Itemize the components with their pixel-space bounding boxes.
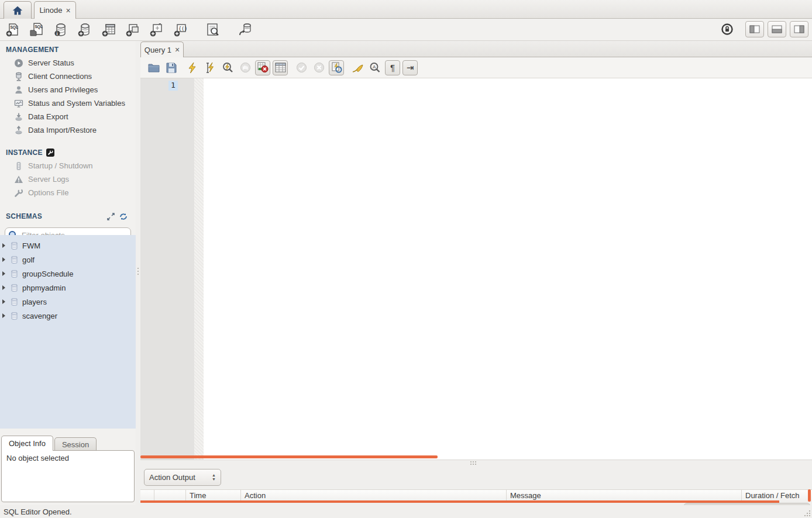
svg-text:SQL: SQL <box>35 25 43 29</box>
output-col-status[interactable] <box>140 490 154 502</box>
new-view-icon[interactable] <box>125 22 141 38</box>
expander-icon[interactable] <box>2 313 5 318</box>
data-export-icon <box>14 112 23 122</box>
status-text: SQL Editor Opened. <box>4 507 72 516</box>
expand-schemas-icon[interactable] <box>107 213 115 220</box>
sidebar-item-server-logs[interactable]: Server Logs <box>0 172 136 186</box>
query-tab-close-icon[interactable]: × <box>175 46 180 54</box>
schema-item-fwm[interactable]: FWM <box>0 239 136 253</box>
output-col-message[interactable]: Message <box>507 490 742 502</box>
code-folding-margin <box>194 78 204 460</box>
schema-item-golf[interactable]: golf <box>0 253 136 267</box>
output-col-index[interactable] <box>154 490 186 502</box>
expander-icon[interactable] <box>2 285 5 290</box>
new-query-tab-icon[interactable]: SQL <box>5 22 21 38</box>
execute-current-statement-icon[interactable] <box>202 60 218 75</box>
output-col-time[interactable]: Time <box>186 490 241 502</box>
editor-output-splitter[interactable] <box>140 460 812 465</box>
refresh-schemas-icon[interactable] <box>119 213 128 220</box>
output-col-duration[interactable]: Duration / Fetch <box>742 490 812 502</box>
startup-shutdown-icon <box>14 161 23 171</box>
sql-editor[interactable]: 1 <box>140 78 812 460</box>
new-table-icon[interactable] <box>101 22 117 38</box>
toggle-right-panel-button[interactable] <box>790 21 808 37</box>
sidebar-item-server-status[interactable]: Server Status <box>0 56 136 70</box>
tab-session[interactable]: Session <box>54 437 97 451</box>
schema-icon <box>10 241 19 250</box>
svg-text:A: A <box>373 64 376 70</box>
new-procedure-icon[interactable] <box>149 22 165 38</box>
toggle-left-panel-button[interactable] <box>745 21 764 37</box>
schemas-title: SCHEMAS <box>6 212 42 220</box>
sidebar-item-status-system-variables[interactable]: Status and System Variables <box>0 96 136 110</box>
sidebar-item-startup-shutdown[interactable]: Startup / Shutdown <box>0 159 136 172</box>
open-sql-file-icon[interactable]: SQL <box>29 22 45 38</box>
sidebar-item-users-and-privileges[interactable]: Users and Privileges <box>0 83 136 96</box>
client-connections-icon <box>14 72 23 81</box>
schema-name: FWM <box>22 241 40 250</box>
wrap-arrow-icon: ⇥ <box>407 63 414 73</box>
output-type-select[interactable]: Action Output ▲▼ <box>144 469 221 486</box>
schema-name: players <box>22 298 47 306</box>
output-vscrollbar-thumb[interactable] <box>808 489 811 502</box>
sidebar-item-client-connections[interactable]: Client Connections <box>0 70 136 83</box>
notifications-icon[interactable] <box>721 23 734 36</box>
server-status-icon <box>14 58 23 68</box>
sidebar-item-data-import[interactable]: Data Import/Restore <box>0 123 136 137</box>
schema-item-phpmyadmin[interactable]: phpmyadmin <box>0 281 136 295</box>
expander-icon[interactable] <box>2 243 5 248</box>
sidebar-item-options-file[interactable]: Options File <box>0 186 136 199</box>
rollback-icon[interactable] <box>311 60 326 75</box>
window-resize-grip[interactable] <box>803 509 810 516</box>
expander-icon[interactable] <box>2 257 5 262</box>
beautify-script-icon[interactable] <box>350 60 365 75</box>
limit-rows-button[interactable] <box>273 60 288 75</box>
object-info-message: No object selected <box>6 454 69 462</box>
toggle-autocommit-button[interactable] <box>329 60 344 75</box>
connection-tab[interactable]: Linode × <box>34 1 76 19</box>
expander-icon[interactable] <box>2 271 5 276</box>
toggle-word-wrap-button[interactable]: ⇥ <box>402 60 418 75</box>
toggle-bottom-panel-button[interactable] <box>768 21 786 37</box>
connection-tab-label: Linode <box>39 6 62 15</box>
tab-query-1[interactable]: Query 1 × <box>140 42 184 57</box>
schema-item-players[interactable]: players <box>0 295 136 309</box>
schema-icon <box>10 255 19 264</box>
new-function-icon[interactable]: {() <box>173 22 189 38</box>
sidebar-item-data-export[interactable]: Data Export <box>0 110 136 123</box>
open-script-icon[interactable] <box>146 60 161 75</box>
new-schema-icon[interactable] <box>77 22 93 38</box>
sidebar-main-splitter[interactable] <box>136 41 140 505</box>
find-icon[interactable]: A <box>367 60 383 75</box>
select-spinner-icon: ▲▼ <box>212 474 216 481</box>
commit-icon[interactable] <box>294 60 309 75</box>
tab-object-info[interactable]: Object Info <box>1 436 53 451</box>
save-script-icon[interactable] <box>164 60 179 75</box>
schema-name: phpmyadmin <box>22 284 66 292</box>
schema-item-scavenger[interactable]: scavenger <box>0 309 136 323</box>
management-section-header: MANAGEMENT <box>0 41 136 56</box>
database-reconnect-icon[interactable] <box>237 22 253 38</box>
sidebar-item-label: Server Logs <box>28 175 69 184</box>
execute-icon[interactable] <box>185 60 200 75</box>
editor-hscrollbar-thumb[interactable] <box>140 455 438 458</box>
home-icon <box>12 5 23 16</box>
sidebar: MANAGEMENT Server Status Client Connecti… <box>0 41 136 505</box>
stop-query-icon[interactable] <box>238 60 253 75</box>
sidebar-item-label: Startup / Shutdown <box>28 161 93 170</box>
explain-plan-icon[interactable] <box>220 60 235 75</box>
schema-item-groupschedule[interactable]: groupSchedule <box>0 267 136 281</box>
instance-title: INSTANCE <box>6 149 43 157</box>
output-col-action[interactable]: Action <box>241 490 507 502</box>
output-hscrollbar-thumb[interactable] <box>140 500 779 503</box>
search-table-data-icon[interactable] <box>205 22 221 38</box>
data-import-icon <box>14 126 23 135</box>
home-tab[interactable] <box>4 1 32 19</box>
schema-icon <box>10 312 19 320</box>
show-invisible-characters-button[interactable]: ¶ <box>385 60 400 75</box>
sidebar-item-label: Data Export <box>28 112 68 121</box>
toggle-stop-on-error-button[interactable] <box>255 60 270 75</box>
connection-tab-close-icon[interactable]: × <box>66 6 70 15</box>
expander-icon[interactable] <box>2 299 5 304</box>
server-info-icon[interactable]: i <box>53 22 69 38</box>
